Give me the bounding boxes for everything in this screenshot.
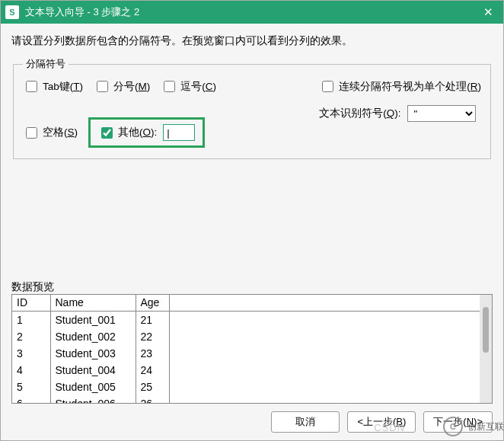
close-button[interactable]: ✕ bbox=[473, 1, 503, 24]
table-cell: Student_006 bbox=[50, 395, 136, 404]
other-delimiter-checkbox[interactable]: 其他(O): bbox=[98, 125, 157, 141]
dialog-title: 文本导入向导 - 3 步骤之 2 bbox=[25, 5, 473, 19]
table-row: 6Student_00626 bbox=[12, 395, 480, 404]
table-row: 4Student_00424 bbox=[12, 362, 480, 379]
preview-scrollbar[interactable] bbox=[480, 295, 492, 404]
col-header: Age bbox=[136, 295, 169, 312]
cancel-button[interactable]: 取消 bbox=[271, 411, 340, 433]
other-delimiter-highlight: 其他(O): bbox=[88, 117, 205, 148]
instruction-text: 请设置分列数据所包含的分隔符号。在预览窗口内可以看到分列的效果。 bbox=[11, 34, 493, 48]
comma-checkbox-input[interactable] bbox=[164, 81, 175, 92]
table-cell: Student_004 bbox=[50, 362, 136, 379]
table-cell: 4 bbox=[12, 362, 50, 379]
treat-consecutive-input[interactable] bbox=[322, 81, 333, 92]
app-icon: S bbox=[5, 5, 19, 19]
back-button[interactable]: <上一步(B) bbox=[347, 411, 416, 433]
table-cell: 22 bbox=[136, 328, 169, 345]
text-qualifier-select[interactable]: " bbox=[407, 105, 476, 122]
space-checkbox-input[interactable] bbox=[26, 127, 37, 139]
table-cell: 6 bbox=[12, 395, 50, 404]
table-cell: 5 bbox=[12, 379, 50, 395]
preview-table: ID Name Age 1Student_001212Student_00222… bbox=[12, 295, 480, 404]
semicolon-checkbox-input[interactable] bbox=[97, 81, 108, 92]
table-cell: 26 bbox=[136, 395, 169, 404]
table-cell: 23 bbox=[136, 345, 169, 362]
space-delimiter-checkbox[interactable]: 空格(S) bbox=[23, 125, 78, 141]
table-cell: 21 bbox=[136, 312, 169, 328]
text-import-wizard-dialog: S 文本导入向导 - 3 步骤之 2 ✕ 请设置分列数据所包含的分隔符号。在预览… bbox=[0, 0, 504, 441]
table-header-row: ID Name Age bbox=[12, 295, 480, 312]
tab-delimiter-checkbox[interactable]: Tab键(T) bbox=[23, 78, 83, 94]
table-cell: 24 bbox=[136, 362, 169, 379]
scrollbar-thumb[interactable] bbox=[483, 307, 489, 353]
table-cell: Student_002 bbox=[50, 328, 136, 345]
text-qualifier-row: 文本识别符号(Q): " bbox=[319, 105, 481, 122]
col-header: ID bbox=[12, 295, 50, 312]
table-row: 2Student_00222 bbox=[12, 328, 480, 345]
dialog-content: 请设置分列数据所包含的分隔符号。在预览窗口内可以看到分列的效果。 分隔符号 Ta… bbox=[1, 24, 503, 404]
delimiters-legend: 分隔符号 bbox=[23, 57, 69, 71]
delimiters-fieldset: 分隔符号 Tab键(T) 分号(M) 逗 bbox=[13, 57, 491, 159]
comma-delimiter-checkbox[interactable]: 逗号(C) bbox=[161, 78, 216, 94]
preview-pane: ID Name Age 1Student_001212Student_00222… bbox=[11, 294, 493, 404]
table-cell: Student_003 bbox=[50, 345, 136, 362]
titlebar: S 文本导入向导 - 3 步骤之 2 ✕ bbox=[1, 1, 503, 24]
tab-checkbox-input[interactable] bbox=[26, 81, 37, 92]
next-button[interactable]: 下一步(N)> bbox=[423, 411, 493, 433]
table-cell: 2 bbox=[12, 328, 50, 345]
dialog-footer: 取消 <上一步(B) 下一步(N)> bbox=[1, 404, 503, 440]
table-cell: 3 bbox=[12, 345, 50, 362]
table-row: 5Student_00525 bbox=[12, 379, 480, 395]
table-cell: 25 bbox=[136, 379, 169, 395]
table-row: 1Student_00121 bbox=[12, 312, 480, 328]
preview-label: 数据预览 bbox=[11, 280, 493, 294]
other-delimiter-input[interactable] bbox=[163, 124, 195, 141]
treat-consecutive-checkbox[interactable]: 连续分隔符号视为单个处理(R) bbox=[319, 78, 481, 94]
semicolon-delimiter-checkbox[interactable]: 分号(M) bbox=[94, 78, 150, 94]
table-cell: Student_001 bbox=[50, 312, 136, 328]
table-cell: 1 bbox=[12, 312, 50, 328]
table-cell: Student_005 bbox=[50, 379, 136, 395]
table-row: 3Student_00323 bbox=[12, 345, 480, 362]
other-checkbox-input[interactable] bbox=[101, 127, 113, 139]
text-qualifier-label: 文本识别符号(Q): bbox=[319, 107, 400, 120]
col-header: Name bbox=[50, 295, 136, 312]
